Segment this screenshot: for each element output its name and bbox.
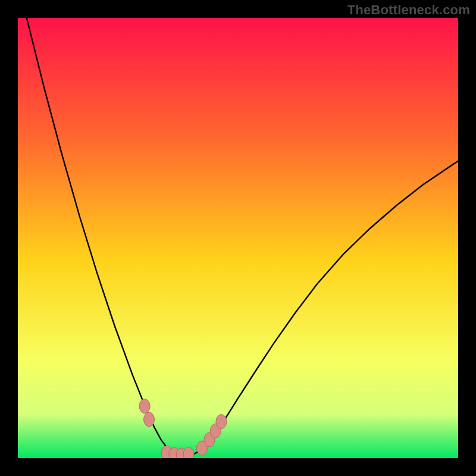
plot-area [18,18,458,458]
watermark-text: TheBottleneck.com [347,2,470,18]
data-marker [216,415,227,429]
chart-frame: TheBottleneck.com [0,0,476,476]
data-marker [183,447,194,458]
data-marker [144,412,155,427]
chart-svg [18,18,458,458]
gradient-background [18,18,458,458]
data-marker [139,399,150,414]
